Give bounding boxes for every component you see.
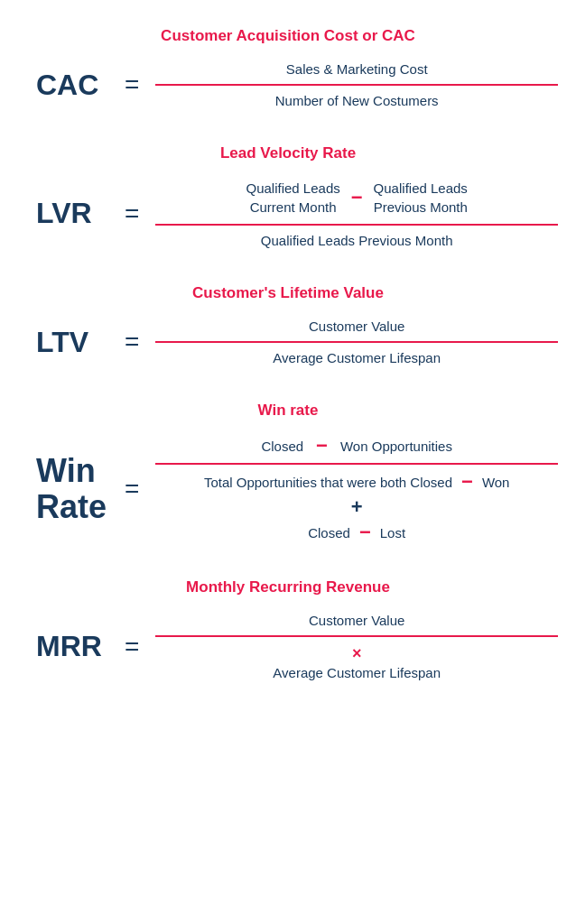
- ltv-numerator: Customer Value: [309, 319, 404, 341]
- winrate-num-won: Won Opportunities: [340, 439, 452, 454]
- mrr-equals: =: [125, 633, 139, 661]
- mrr-title: Monthly Recurring Revenue: [186, 578, 390, 596]
- winrate-numerator: Closed − Won Opportunities: [261, 436, 452, 463]
- mrr-fraction: Customer Value × Average Customer Lifesp…: [155, 613, 558, 680]
- cac-equals: =: [125, 70, 139, 99]
- lvr-qualified-leads-current-line2: Current Month: [250, 199, 337, 215]
- lvr-formula-row: LVR = Qualified Leads Current Month − Qu…: [18, 179, 558, 248]
- lvr-numerator: Qualified Leads Current Month − Qualifie…: [246, 179, 468, 224]
- winrate-abbrev-line1: Win: [36, 453, 108, 489]
- lvr-qualified-leads-current-line1: Qualified Leads: [246, 180, 340, 196]
- winrate-denom-plus: +: [351, 495, 363, 519]
- cac-numerator: Sales & Marketing Cost: [286, 61, 428, 84]
- winrate-formula-row: Win Rate = Closed − Won Opportunities To…: [18, 436, 558, 542]
- winrate-abbrev-line2: Rate: [36, 489, 108, 525]
- winrate-denom-closed2: Closed: [308, 525, 350, 541]
- cac-abbrev: CAC: [36, 69, 108, 102]
- lvr-num-part2: Qualified Leads Previous Month: [374, 179, 468, 217]
- lvr-equals: =: [125, 199, 139, 228]
- winrate-denom-minus2-icon: −: [359, 522, 371, 542]
- winrate-denominator: Total Opportunities that were both Close…: [204, 465, 510, 542]
- lvr-num-part1: Qualified Leads Current Month: [246, 179, 340, 217]
- ltv-title: Customer's Lifetime Value: [192, 284, 384, 302]
- winrate-section: Win rate Win Rate = Closed − Won Opportu…: [18, 402, 558, 542]
- mrr-section: Monthly Recurring Revenue MRR = Customer…: [18, 578, 558, 680]
- winrate-num-minus-icon: −: [316, 436, 328, 456]
- mrr-abbrev: MRR: [36, 630, 108, 663]
- winrate-num-closed: Closed: [261, 439, 303, 454]
- winrate-denom-label: Total Opportunities that were both Close…: [204, 475, 452, 490]
- cac-fraction: Sales & Marketing Cost Number of New Cos…: [155, 61, 558, 108]
- lvr-qualified-leads-prev-line2: Previous Month: [374, 199, 468, 215]
- mrr-numerator: Customer Value: [309, 613, 404, 635]
- mrr-denominator-text: Average Customer Lifespan: [273, 665, 441, 680]
- winrate-equals: =: [125, 475, 139, 504]
- ltv-abbrev: LTV: [36, 326, 108, 359]
- page-container: Customer Acquisition Cost or CAC CAC = S…: [0, 0, 576, 744]
- ltv-formula-row: LTV = Customer Value Average Customer Li…: [18, 319, 558, 365]
- ltv-equals: =: [125, 328, 139, 356]
- lvr-section: Lead Velocity Rate LVR = Qualified Leads…: [18, 144, 558, 248]
- winrate-denom-row2: Closed − Lost: [308, 522, 405, 542]
- ltv-fraction: Customer Value Average Customer Lifespan: [155, 319, 558, 365]
- lvr-minus-icon: −: [351, 188, 363, 208]
- cac-formula-row: CAC = Sales & Marketing Cost Number of N…: [18, 61, 558, 108]
- lvr-fraction: Qualified Leads Current Month − Qualifie…: [155, 179, 558, 248]
- winrate-title: Win rate: [258, 402, 319, 420]
- winrate-denom-row1: Total Opportunities that were both Close…: [204, 472, 510, 492]
- ltv-denominator: Average Customer Lifespan: [273, 343, 441, 365]
- mrr-times-icon: ×: [352, 644, 362, 663]
- mrr-denominator: × Average Customer Lifespan: [273, 637, 441, 680]
- lvr-denominator: Qualified Leads Previous Month: [261, 226, 453, 248]
- cac-section: Customer Acquisition Cost or CAC CAC = S…: [18, 27, 558, 108]
- winrate-denom-won: Won: [482, 475, 510, 490]
- winrate-plus-icon: +: [351, 495, 363, 518]
- lvr-title: Lead Velocity Rate: [220, 144, 356, 162]
- lvr-abbrev: LVR: [36, 197, 108, 230]
- winrate-denom-minus-icon: −: [461, 472, 473, 492]
- ltv-section: Customer's Lifetime Value LTV = Customer…: [18, 284, 558, 365]
- winrate-abbrev: Win Rate: [36, 453, 108, 524]
- winrate-denom-lost: Lost: [380, 525, 405, 541]
- cac-title: Customer Acquisition Cost or CAC: [161, 27, 415, 45]
- lvr-qualified-leads-prev-line1: Qualified Leads: [374, 180, 468, 196]
- mrr-formula-row: MRR = Customer Value × Average Customer …: [18, 613, 558, 680]
- winrate-fraction: Closed − Won Opportunities Total Opportu…: [155, 436, 558, 542]
- cac-denominator: Number of New Costumers: [275, 86, 439, 108]
